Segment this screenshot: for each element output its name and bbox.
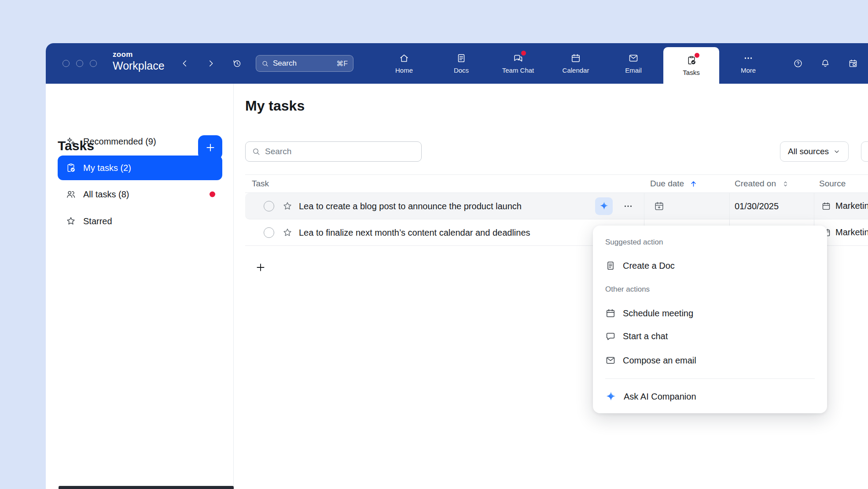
- chevron-down-icon: [833, 148, 841, 156]
- nav-team-chat-label: Team Chat: [502, 67, 534, 74]
- star-icon[interactable]: [282, 227, 293, 238]
- global-search-field[interactable]: Search ⌘F: [256, 55, 353, 72]
- upcoming-panel-button[interactable]: [845, 56, 861, 71]
- task-row[interactable]: Lea to create a blog post to announce th…: [245, 193, 868, 219]
- nav-home-label: Home: [395, 67, 413, 74]
- nav-docs[interactable]: Docs: [437, 43, 485, 84]
- chat-bubble-icon: [605, 331, 616, 341]
- nav-tasks-active-tab[interactable]: Tasks: [663, 47, 719, 84]
- nav-email-label: Email: [625, 67, 642, 74]
- task-source-label: Marketing: [835, 227, 868, 237]
- history-clock-icon: [232, 59, 242, 68]
- help-button[interactable]: [790, 56, 806, 71]
- all-tasks-notification-dot: [210, 192, 215, 197]
- task-title[interactable]: Lea to create a blog post to announce th…: [299, 201, 522, 211]
- team-chat-notification-dot: [521, 51, 526, 56]
- chevron-left-icon: [180, 59, 190, 68]
- plus-icon: [255, 262, 266, 273]
- ai-companion-actions-button[interactable]: [595, 197, 613, 215]
- nav-team-chat[interactable]: Team Chat: [494, 43, 542, 84]
- sort-ascending-icon[interactable]: [689, 180, 698, 188]
- column-header-task[interactable]: Task: [252, 179, 269, 189]
- task-actions-popup: Suggested action Create a Doc Other acti…: [593, 226, 827, 413]
- sidebar-item-recommended[interactable]: Recommended (9): [58, 129, 222, 154]
- window-minimize-button[interactable]: [76, 60, 83, 67]
- sidebar-item-all-tasks[interactable]: All tasks (8): [58, 182, 222, 207]
- nav-more-label: More: [741, 67, 756, 74]
- menu-item-label: Compose an email: [623, 356, 696, 366]
- menu-item-create-a-doc[interactable]: Create a Doc: [605, 258, 815, 273]
- star-icon: [66, 216, 76, 226]
- email-icon: [605, 355, 616, 366]
- notifications-button[interactable]: [817, 56, 833, 71]
- nav-home[interactable]: Home: [380, 43, 428, 84]
- history-button[interactable]: [229, 56, 245, 71]
- doc-icon: [605, 260, 616, 271]
- ai-companion-icon: [605, 391, 617, 402]
- task-complete-radio[interactable]: [264, 201, 274, 211]
- row-more-actions-button[interactable]: [620, 198, 636, 214]
- search-icon: [252, 147, 261, 156]
- sidebar-item-starred[interactable]: Starred: [58, 209, 222, 233]
- tasks-search-input[interactable]: [265, 147, 415, 156]
- task-created-on: 01/30/2025: [735, 201, 779, 211]
- tasks-table-header: Task Due date Created on Source: [245, 174, 868, 193]
- nav-more[interactable]: More: [724, 43, 772, 84]
- forward-button[interactable]: [203, 56, 219, 71]
- sidebar-item-label: All tasks (8): [83, 189, 129, 200]
- back-button[interactable]: [177, 56, 193, 71]
- add-new-task-button[interactable]: [255, 262, 266, 273]
- sidebar-item-label: Recommended (9): [83, 137, 156, 147]
- global-search-placeholder: Search: [273, 59, 297, 68]
- ellipsis-icon: [623, 201, 633, 211]
- menu-item-ask-ai-companion[interactable]: Ask AI Companion: [605, 389, 815, 404]
- add-due-date-icon[interactable]: [654, 200, 665, 211]
- calendar-icon: [605, 308, 616, 319]
- window-zoom-button[interactable]: [90, 60, 97, 67]
- window-close-button[interactable]: [63, 60, 70, 67]
- page-title: My tasks: [245, 98, 305, 114]
- bell-icon: [820, 59, 830, 68]
- task-title[interactable]: Lea to finalize next month’s content cal…: [299, 227, 530, 237]
- column-header-due-date[interactable]: Due date: [650, 179, 698, 189]
- menu-item-label: Schedule meeting: [623, 308, 693, 319]
- sources-filter-dropdown[interactable]: All sources: [780, 141, 849, 162]
- source-calendar-icon: [821, 201, 831, 211]
- search-shortcut-hint: ⌘F: [336, 59, 348, 68]
- tasks-check-icon: [66, 163, 76, 173]
- menu-divider: [605, 378, 815, 379]
- window-controls: [63, 60, 97, 67]
- clipped-filter-button[interactable]: [861, 141, 868, 162]
- task-complete-radio[interactable]: [264, 227, 274, 238]
- zoom-workplace-window: zoom Workplace Search ⌘F: [46, 43, 868, 489]
- email-icon: [628, 53, 639, 63]
- dock-edge: [59, 486, 234, 489]
- menu-item-start-a-chat[interactable]: Start a chat: [605, 329, 815, 344]
- menu-item-compose-an-email[interactable]: Compose an email: [605, 353, 815, 368]
- column-header-source[interactable]: Source: [819, 179, 846, 189]
- nav-docs-label: Docs: [454, 67, 469, 74]
- task-source: Marketing: [821, 219, 868, 245]
- nav-calendar[interactable]: Calendar: [552, 43, 600, 84]
- tasks-icon: [686, 55, 697, 66]
- tasks-notification-dot: [695, 53, 699, 58]
- star-icon[interactable]: [282, 201, 293, 211]
- suggested-action-label: Suggested action: [605, 238, 663, 247]
- tasks-search-field[interactable]: [245, 141, 422, 162]
- menu-item-label: Start a chat: [623, 331, 668, 341]
- desktop-background: zoom Workplace Search ⌘F: [0, 0, 868, 489]
- nav-calendar-label: Calendar: [563, 67, 589, 74]
- topbar: zoom Workplace Search ⌘F: [46, 43, 868, 84]
- task-source-label: Marketing: [835, 201, 868, 211]
- sort-toggle-icon[interactable]: [781, 180, 790, 188]
- sidebar-item-my-tasks[interactable]: My tasks (2): [58, 156, 222, 180]
- zoom-workplace-logo: zoom Workplace: [113, 51, 165, 71]
- logo-zoom-text: zoom: [113, 51, 165, 58]
- cell-divider: [729, 193, 730, 219]
- nav-email[interactable]: Email: [609, 43, 658, 84]
- people-icon: [66, 189, 76, 200]
- help-icon: [793, 59, 803, 68]
- column-header-created-on[interactable]: Created on: [735, 179, 790, 189]
- other-actions-label: Other actions: [605, 285, 650, 294]
- menu-item-schedule-meeting[interactable]: Schedule meeting: [605, 306, 815, 321]
